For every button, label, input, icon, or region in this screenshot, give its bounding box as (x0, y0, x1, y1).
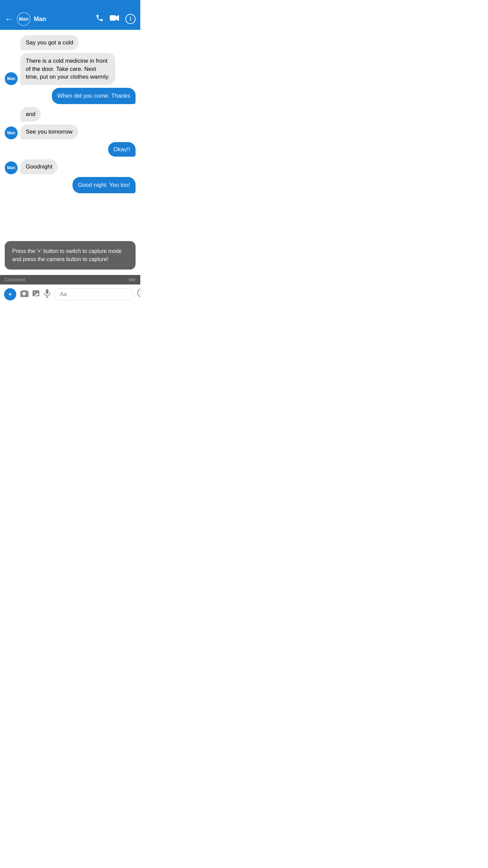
message-bubble: Goodnight (20, 159, 58, 174)
plus-icon: + (8, 290, 13, 299)
messages-list: Say you got a cold Man There is a cold m… (0, 30, 140, 275)
back-icon: ← (5, 14, 14, 24)
sender-avatar: Man (5, 161, 18, 174)
bottom-hint-bar: Comment Me (0, 275, 140, 284)
message-bubble: Say you got a cold (20, 35, 79, 50)
tooltip-text: Press the '+' button to switch to captur… (12, 248, 122, 262)
message-spacer (5, 196, 136, 238)
message-row: Say you got a cold (5, 35, 136, 50)
message-bubble: When did you come. Thanks (52, 88, 136, 104)
sender-avatar: Man (5, 126, 18, 139)
message-bubble: Good night. You too! (73, 177, 136, 193)
mic-button[interactable] (43, 289, 51, 300)
message-row: Good night. You too! (5, 177, 136, 193)
plus-button[interactable]: + (4, 288, 16, 300)
message-row: Man There is a cold medicine in front of… (5, 53, 136, 85)
tooltip-box: Press the '+' button to switch to captur… (5, 241, 136, 270)
svg-rect-4 (46, 289, 48, 294)
message-row: and (5, 107, 136, 122)
status-bar (0, 0, 140, 8)
emoji-button[interactable] (137, 288, 140, 300)
message-bubble: and (20, 107, 41, 122)
message-row: Okay!! (5, 142, 136, 157)
svg-point-8 (140, 292, 141, 293)
input-toolbar: + (0, 284, 140, 304)
back-button[interactable]: ← (5, 14, 14, 24)
hint-comment: Comment (5, 277, 25, 282)
video-button[interactable] (110, 14, 119, 24)
contact-name: Man (34, 16, 92, 23)
camera-button[interactable] (20, 290, 28, 299)
phone-button[interactable] (96, 14, 104, 24)
message-row: When did you come. Thanks (5, 88, 136, 104)
image-button[interactable] (32, 290, 40, 299)
hint-me: Me (129, 277, 136, 282)
message-row: Man Goodnight (5, 159, 136, 174)
header-actions: i (96, 14, 136, 24)
svg-marker-1 (116, 15, 119, 21)
svg-point-7 (138, 289, 140, 297)
svg-point-3 (34, 292, 35, 293)
message-input[interactable] (54, 288, 134, 300)
message-bubble: There is a cold medicine in front of the… (20, 53, 115, 85)
contact-avatar: Man (17, 12, 30, 26)
info-button[interactable]: i (125, 14, 136, 24)
message-row: Man See you tomorrow (5, 124, 136, 139)
sender-avatar: Man (5, 72, 18, 85)
message-bubble: Okay!! (108, 142, 136, 157)
message-bubble: See you tomorrow (20, 124, 78, 139)
svg-rect-0 (110, 15, 116, 21)
info-icon-label: i (130, 16, 131, 22)
header: ← Man Man i (0, 8, 140, 30)
